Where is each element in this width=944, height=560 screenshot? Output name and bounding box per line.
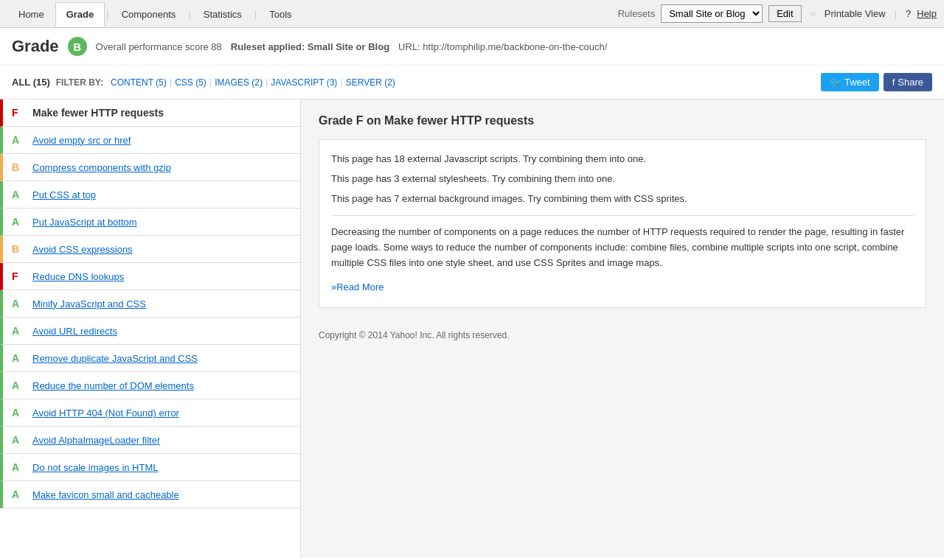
help-icon: ? (906, 8, 911, 19)
grade-letter-f-header: F (12, 107, 27, 119)
rule-item-header[interactable]: F Make fewer HTTP requests (0, 99, 300, 127)
nav-divider-2: | (188, 8, 190, 19)
rule-item[interactable]: A Avoid AlphaImageLoader filter (0, 427, 300, 454)
top-navigation: Home Grade | Components | Statistics | T… (0, 0, 944, 28)
tab-components[interactable]: Components (111, 2, 187, 26)
rule-item[interactable]: A Reduce the number of DOM elements (0, 372, 300, 399)
rule-name-link[interactable]: Reduce DNS lookups (32, 271, 124, 282)
grade-letter-a: A (12, 489, 27, 500)
rule-name-link[interactable]: Remove duplicate JavaScript and CSS (32, 353, 198, 364)
share-label: Share (898, 77, 923, 88)
detail-line-2: This page has 3 external stylesheets. Tr… (331, 172, 914, 187)
grade-letter-a: A (12, 189, 27, 200)
rules-list: F Make fewer HTTP requests A Avoid empty… (0, 99, 301, 558)
detail-description: Decreasing the number of components on a… (331, 225, 914, 270)
nav-divider-3: | (254, 8, 257, 19)
rule-name-link[interactable]: Reduce the number of DOM elements (32, 380, 194, 391)
filter-content[interactable]: CONTENT (5) (108, 77, 170, 88)
tab-statistics[interactable]: Statistics (192, 2, 253, 26)
grade-letter-f: F (12, 270, 27, 282)
filter-css[interactable]: CSS (5) (172, 77, 209, 88)
rule-item[interactable]: F Reduce DNS lookups (0, 263, 300, 290)
twitter-icon: 🐦 (830, 77, 841, 88)
detail-lines: This page has 18 external Javascript scr… (331, 152, 914, 206)
grade-header: Grade B Overall performance score 88 Rul… (0, 28, 944, 66)
filter-by-label: FILTER BY: (56, 77, 103, 88)
rule-name-link[interactable]: Put CSS at top (32, 189, 96, 200)
grade-badge: B (68, 37, 87, 56)
rule-name-link[interactable]: Put JavaScript at bottom (32, 217, 137, 228)
rule-item[interactable]: A Minify JavaScript and CSS (0, 290, 300, 318)
rule-name-link[interactable]: Avoid CSS expressions (32, 244, 133, 255)
help-link[interactable]: Help (917, 8, 937, 19)
copyright-text: Copyright © 2014 Yahoo! Inc. All rights … (319, 323, 926, 348)
tab-home[interactable]: Home (7, 2, 55, 26)
rule-name-link[interactable]: Avoid HTTP 404 (Not Found) error (32, 407, 179, 419)
rule-name-link[interactable]: Minify JavaScript and CSS (32, 298, 146, 309)
detail-divider (331, 215, 914, 216)
nav-separator: ≈ (811, 8, 816, 19)
printable-view-link[interactable]: Printable View (825, 8, 886, 19)
grade-letter-a: A (12, 134, 27, 146)
rule-item[interactable]: A Avoid URL redirects (0, 318, 300, 345)
grade-score: Overall performance score 88 (96, 41, 222, 52)
tab-grade[interactable]: Grade (55, 2, 105, 27)
tweet-button[interactable]: 🐦 Tweet (821, 73, 879, 91)
detail-title: Grade F on Make fewer HTTP requests (319, 114, 926, 127)
grade-letter-a: A (12, 407, 27, 419)
grade-letter-a: A (12, 352, 27, 364)
grade-letter-b: B (12, 161, 27, 173)
rule-name-link[interactable]: Avoid AlphaImageLoader filter (32, 435, 160, 446)
filter-bar: ALL (15) FILTER BY: CONTENT (5) | CSS (5… (0, 66, 944, 99)
edit-button[interactable]: Edit (768, 5, 801, 22)
grade-letter-a: A (12, 325, 27, 337)
nav-separator-2: | (895, 8, 897, 19)
rule-item[interactable]: A Put JavaScript at bottom (0, 209, 300, 236)
grade-title: Grade (12, 37, 59, 56)
rule-item[interactable]: B Compress components with gzip (0, 154, 300, 181)
rule-item[interactable]: A Avoid HTTP 404 (Not Found) error (0, 399, 300, 427)
rule-item[interactable]: A Remove duplicate JavaScript and CSS (0, 345, 300, 372)
grade-letter-a: A (12, 461, 27, 473)
nav-divider-1: | (106, 8, 108, 19)
ruleset-select[interactable]: Small Site or Blog (661, 4, 763, 23)
rulesets-label: Rulesets (618, 8, 656, 19)
grade-letter-b: B (12, 243, 27, 255)
rule-item[interactable]: A Put CSS at top (0, 181, 300, 209)
filter-images[interactable]: IMAGES (2) (212, 77, 266, 88)
detail-line-1: This page has 18 external Javascript scr… (331, 152, 914, 167)
filter-actions: 🐦 Tweet f Share (821, 73, 932, 91)
filter-server[interactable]: SERVER (2) (343, 77, 398, 88)
grade-letter-a: A (12, 216, 27, 228)
facebook-icon: f (892, 77, 895, 88)
detail-line-3: This page has 7 external background imag… (331, 192, 914, 207)
rule-item[interactable]: A Avoid empty src or href (0, 127, 300, 154)
main-content: F Make fewer HTTP requests A Avoid empty… (0, 99, 944, 558)
filter-all-link[interactable]: ALL (15) (12, 77, 50, 88)
rule-name-link[interactable]: Avoid empty src or href (32, 135, 131, 146)
filter-javascript[interactable]: JAVASCRIPT (3) (268, 77, 340, 88)
grade-letter-a: A (12, 434, 27, 446)
tab-tools[interactable]: Tools (258, 2, 302, 26)
detail-panel: Grade F on Make fewer HTTP requests This… (301, 99, 944, 558)
detail-desc-text: Decreasing the number of components on a… (331, 225, 914, 270)
rule-name-link[interactable]: Make favicon small and cacheable (32, 489, 179, 500)
rule-item[interactable]: A Do not scale images in HTML (0, 454, 300, 481)
read-more-link[interactable]: »Read More (331, 280, 914, 295)
nav-right-section: Rulesets Small Site or Blog Edit ≈ Print… (618, 4, 937, 23)
rule-header-label: Make fewer HTTP requests (32, 107, 164, 119)
rule-item[interactable]: A Make favicon small and cacheable (0, 481, 300, 508)
grade-letter-a: A (12, 379, 27, 391)
rule-name-link[interactable]: Avoid URL redirects (32, 326, 117, 337)
share-button[interactable]: f Share (884, 73, 932, 91)
grade-letter-a: A (12, 298, 27, 309)
rule-name-link[interactable]: Compress components with gzip (32, 162, 171, 173)
rule-item[interactable]: B Avoid CSS expressions (0, 236, 300, 263)
tweet-label: Tweet (844, 77, 870, 88)
rule-name-link[interactable]: Do not scale images in HTML (32, 462, 159, 473)
grade-url: URL: http://tomphilip.me/backbone-on-the… (398, 41, 607, 52)
ruleset-applied: Ruleset applied: Small Site or Blog (231, 41, 389, 52)
detail-body: This page has 18 external Javascript scr… (319, 139, 926, 308)
